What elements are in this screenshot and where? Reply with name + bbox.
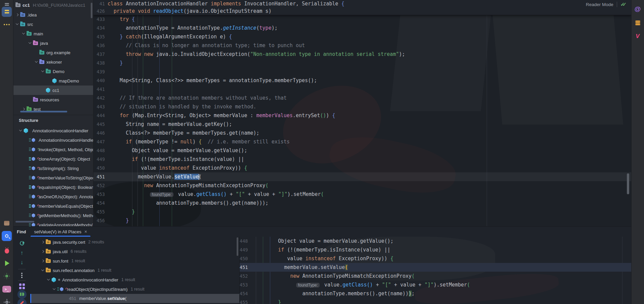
- code-line-444[interactable]: 444 for (Map.Entry<String, Object> membe…: [93, 111, 631, 120]
- find-result-group-readObject(ObjectInputStream)[interactable]: readObject(ObjectInputStream)1 result: [30, 284, 239, 294]
- settings-button[interactable]: [0, 273, 13, 279]
- code-line-449[interactable]: 449 if (!(memberType.isInstance(value) |…: [93, 155, 631, 164]
- sticky-lines[interactable]: 41class AnnotationInvocationHandler impl…: [93, 0, 631, 15]
- project-tree-item-.idea[interactable]: .idea: [13, 10, 93, 20]
- line-number: 448: [93, 148, 105, 153]
- code-line-456[interactable]: 456 }: [93, 216, 631, 225]
- code-line-445[interactable]: 445 String name = memberValue.getKey();: [93, 120, 631, 129]
- project-tree-vscrollbar[interactable]: [91, 3, 92, 18]
- project-tree-item-src[interactable]: src: [13, 20, 93, 29]
- main-menu-icon[interactable]: [0, 1, 13, 6]
- project-tree-hscrollbar[interactable]: [20, 111, 67, 112]
- project-header[interactable]: cc1 H:\0x0B_FUXIAN\Java\cc1: [13, 0, 93, 10]
- code-line-448[interactable]: 448 Object value = memberValue.getValue(…: [240, 237, 631, 245]
- terminal-button[interactable]: >_: [0, 285, 13, 293]
- find-result-group-sun.font[interactable]: sun.font1 result: [30, 256, 239, 266]
- code-line-439[interactable]: 439: [93, 67, 631, 76]
- structure-item[interactable]: AnnotationInvocationHandler: [13, 126, 93, 135]
- find-toolwindow-button[interactable]: [0, 231, 13, 241]
- more-tool-windows-button[interactable]: [0, 22, 13, 27]
- code-line-452[interactable]: 452 new AnnotationTypeMismatchExceptionP…: [93, 181, 631, 190]
- code-editor[interactable]: 433 try {434 annotationType = Annotation…: [93, 0, 631, 226]
- result-match-text: setValue: [107, 296, 125, 301]
- ai-assistant-button[interactable]: @: [631, 5, 644, 13]
- code-line-41[interactable]: 41class AnnotationInvocationHandler impl…: [93, 0, 631, 7]
- project-tree-item-Demo[interactable]: Demo: [13, 67, 93, 76]
- code-line-446[interactable]: 446 Class<?> memberType = memberTypes.ge…: [93, 129, 631, 137]
- edit-query-button[interactable]: [17, 299, 27, 304]
- services-button[interactable]: [0, 299, 13, 304]
- database-button[interactable]: [631, 20, 644, 26]
- structure-item[interactable]: cloneArray(Object): Object: [13, 154, 93, 164]
- close-icon[interactable]: ×: [84, 229, 87, 234]
- find-result-group-AnnotationInvocationHandler[interactable]: AnnotationInvocationHandler1 result: [30, 275, 239, 284]
- code-line-449[interactable]: 449 if (!(memberType.isInstance(value) |…: [240, 245, 631, 254]
- code-line-451[interactable]: 451 memberValue.setValue(: [240, 263, 631, 272]
- code-line-437[interactable]: 437 throw new java.io.InvalidObjectExcep…: [93, 50, 631, 59]
- structure-item[interactable]: invoke(Object, Method, Object[]): Object: [13, 145, 93, 154]
- code-line-455[interactable]: 455 }: [240, 298, 631, 304]
- previous-occurrence-button[interactable]: ↑: [17, 249, 27, 258]
- structure-item[interactable]: memberValueEquals(Object, Object): boole…: [13, 201, 93, 211]
- project-tree-item-cc1[interactable]: cc1: [13, 86, 93, 95]
- project-view-button[interactable]: [0, 7, 13, 17]
- code-line-438[interactable]: 438 }: [93, 59, 631, 67]
- code-line-436[interactable]: 436 // Class is no longer an annotation …: [93, 41, 631, 50]
- structure-item[interactable]: asOneOfUs(Object): AnnotationInvocationH…: [13, 192, 93, 201]
- code-line-453[interactable]: 453 foundType: value.getClass() + "[" + …: [240, 280, 631, 289]
- next-occurrence-button[interactable]: ↓: [17, 258, 27, 267]
- find-result-group-java.security.cert[interactable]: java.security.cert2 results: [30, 237, 239, 247]
- rerun-button[interactable]: [17, 239, 27, 247]
- code-line-442[interactable]: 442 // If there are annotation members w…: [93, 94, 631, 102]
- result-group-label: readObject(ObjectInputStream): [67, 287, 128, 292]
- results-vscrollbar[interactable]: [237, 237, 238, 256]
- project-tree-item-java[interactable]: java: [13, 38, 93, 48]
- structure-item[interactable]: toStringImpl(): String: [13, 164, 93, 173]
- structure-hscrollbar[interactable]: [15, 221, 34, 223]
- line-number: 454: [240, 291, 247, 296]
- code-line-443[interactable]: 443 // situation is handled by the invok…: [93, 102, 631, 111]
- find-preview-editor[interactable]: 448 Object value = memberValue.getValue(…: [240, 237, 631, 304]
- code-line-453[interactable]: 453 foundType: value.getClass() + "[" + …: [93, 190, 631, 199]
- project-tree-item-main[interactable]: main: [13, 29, 93, 38]
- code-line-441[interactable]: 441: [93, 85, 631, 94]
- code-line-426[interactable]: 426 private void readObject(java.io.Obje…: [93, 7, 631, 15]
- editor-lines[interactable]: 433 try {434 annotationType = Annotation…: [93, 15, 631, 225]
- build-button[interactable]: [0, 220, 13, 226]
- find-result-group-java.util[interactable]: java.util6 results: [30, 247, 239, 256]
- find-result-line[interactable]: 451memberValue.setValue(: [30, 294, 239, 303]
- project-tree-item-resources[interactable]: resources: [13, 95, 93, 104]
- code-line-434[interactable]: 434 annotationType = AnnotationType.getI…: [93, 24, 631, 32]
- code-line-454[interactable]: 454 annotationType.members().get(name)))…: [93, 199, 631, 207]
- code-line-454[interactable]: 454 annotationType.members().get(name)))…: [240, 289, 631, 298]
- project-tree-item-xekoner[interactable]: xekoner: [13, 57, 93, 67]
- find-tab[interactable]: setValue(V) in All Places ×: [31, 227, 90, 237]
- code-line-435[interactable]: 435 } catch(IllegalArgumentException e) …: [93, 32, 631, 41]
- group-by-button[interactable]: [17, 282, 27, 291]
- structure-item[interactable]: memberValueToString(Object): String: [13, 173, 93, 182]
- code-line-450[interactable]: 450 value instanceof ExceptionProxy)) {: [93, 164, 631, 172]
- debug-button[interactable]: [0, 248, 13, 254]
- reader-mode-toggle[interactable]: Reader Mode ✓✓: [586, 1, 627, 7]
- run-button[interactable]: [0, 260, 13, 266]
- code-line-450[interactable]: 450 value instanceof ExceptionProxy)) {: [240, 254, 631, 263]
- code-line-452[interactable]: 452 new AnnotationTypeMismatchExceptionP…: [240, 272, 631, 280]
- structure-item[interactable]: equalsImpl(Object): Boolean: [13, 182, 93, 192]
- structure-item[interactable]: getMemberMethods(): Method[]: [13, 211, 93, 220]
- folder-icon: [46, 269, 51, 272]
- code-line-448[interactable]: 448 Object value = memberValue.getValue(…: [93, 146, 631, 155]
- code-line-455[interactable]: 455 }: [93, 207, 631, 216]
- open-results-in-editor-button[interactable]: [17, 290, 27, 299]
- code-line-447[interactable]: 447 if (memberType != null) { // i.e. me…: [93, 137, 631, 146]
- find-panel-title: Find: [13, 227, 31, 237]
- v-plugin-button[interactable]: V: [631, 32, 644, 40]
- project-tree-item-org.example[interactable]: org.example: [13, 48, 93, 57]
- code-line-433[interactable]: 433 try {: [93, 15, 631, 24]
- find-result-group-sun.reflect.annotation[interactable]: sun.reflect.annotation1 result: [30, 266, 239, 275]
- project-tree-item-mapDemo[interactable]: mapDemo: [13, 76, 93, 86]
- more-options-button[interactable]: [17, 271, 27, 280]
- code-line-440[interactable]: 440 Map<String, Class<?>> memberTypes = …: [93, 76, 631, 85]
- code-line-451[interactable]: 451 memberValue.setValue(: [93, 172, 631, 181]
- structure-item[interactable]: AnnotationInvocationHandler(Class<? exte…: [13, 135, 93, 145]
- editor-vscrollbar[interactable]: [627, 173, 629, 194]
